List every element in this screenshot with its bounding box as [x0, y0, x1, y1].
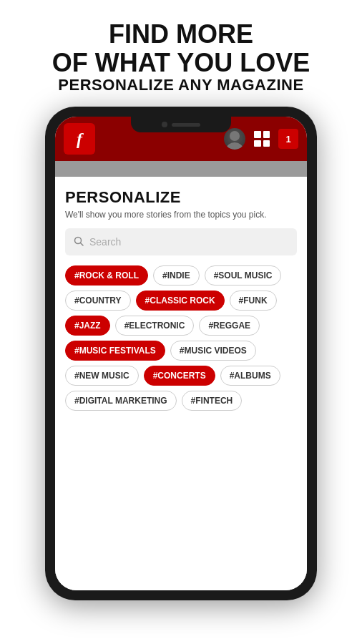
svg-line-3 [81, 243, 84, 245]
svg-point-0 [230, 131, 240, 141]
tag-item[interactable]: #CLASSIC ROCK [136, 291, 225, 311]
tag-item[interactable]: #ALBUMS [220, 366, 280, 386]
tag-item[interactable]: #NEW MUSIC [65, 366, 139, 386]
phone-top-bar [131, 117, 231, 132]
header-line3: PERSONALIZE ANY MAGAZINE [52, 77, 310, 94]
phone-camera [162, 122, 167, 127]
header-line2: OF WHAT YOU LOVE [52, 49, 310, 77]
tag-item[interactable]: #FUNK [230, 291, 277, 311]
header-line1: FIND MORE [52, 20, 310, 49]
tag-item[interactable]: #ROCK & ROLL [65, 265, 148, 286]
tag-item[interactable]: #FINTECH [182, 391, 243, 411]
app-header-icons: 1 [224, 128, 298, 150]
avatar[interactable] [224, 128, 245, 150]
flipboard-logo: f [64, 123, 95, 155]
sub-header [55, 161, 307, 177]
tag-item[interactable]: #CONCERTS [144, 366, 215, 386]
tag-item[interactable]: #MUSIC VIDEOS [170, 341, 256, 361]
content-area: PERSONALIZE We'll show you more stories … [55, 177, 307, 590]
search-icon [74, 236, 84, 248]
grid-icon[interactable] [253, 130, 271, 148]
tags-container: #ROCK & ROLL#INDIE#SOUL MUSIC#COUNTRY#CL… [65, 265, 297, 411]
search-bar[interactable]: Search [65, 228, 297, 255]
tag-item[interactable]: #ELECTRONIC [115, 316, 195, 336]
notification-badge[interactable]: 1 [278, 129, 298, 149]
tag-item[interactable]: #INDIE [153, 265, 200, 286]
tag-item[interactable]: #DIGITAL MARKETING [65, 391, 177, 411]
phone-speaker [172, 123, 200, 127]
tag-item[interactable]: #REGGAE [199, 316, 260, 336]
phone-frame: f 1 [45, 107, 317, 600]
search-placeholder: Search [89, 236, 121, 248]
personalize-title: PERSONALIZE [65, 188, 297, 207]
svg-point-1 [226, 142, 243, 150]
phone-screen: f 1 [55, 117, 307, 590]
tag-item[interactable]: #COUNTRY [65, 291, 131, 311]
tag-item[interactable]: #JAZZ [65, 316, 110, 336]
tag-item[interactable]: #MUSIC FESTIVALS [65, 341, 165, 361]
personalize-subtitle: We'll show you more stories from the top… [65, 210, 297, 220]
header-section: FIND MORE OF WHAT YOU LOVE PERSONALIZE A… [38, 0, 325, 107]
tag-item[interactable]: #SOUL MUSIC [205, 265, 282, 286]
